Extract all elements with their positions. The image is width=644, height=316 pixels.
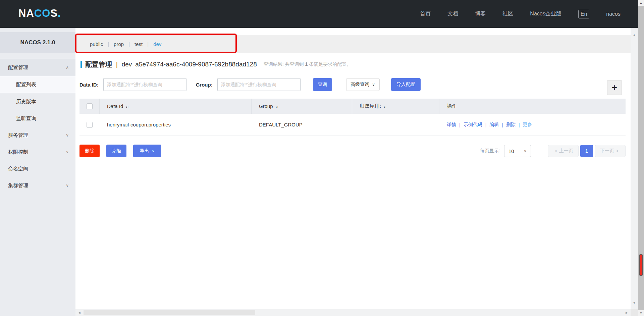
page-size-label: 每页显示: <box>480 148 500 154</box>
table-row: henrymail-coupon.properties DEFAULT_GROU… <box>79 114 626 136</box>
scroll-up-icon[interactable]: ▲ <box>638 0 644 6</box>
query-result-summary: 查询结果: 共查询到1条满足要求的配置。 <box>264 61 352 67</box>
action-sample-code[interactable]: 示例代码 <box>464 122 482 128</box>
group-input[interactable] <box>217 78 301 91</box>
tab-dev[interactable]: dev <box>153 41 161 47</box>
language-toggle[interactable]: En <box>578 10 590 18</box>
namespace-tabs: public | prop | test | dev <box>90 35 161 53</box>
tab-prop[interactable]: prop <box>114 41 124 47</box>
config-table: Data Id ↓↑ Group ↓↑ 归属应用: ↓↑ 操作 henrymai… <box>79 99 626 136</box>
scroll-right-icon[interactable]: ▶ <box>623 311 631 314</box>
horizontal-scrollbar[interactable]: ◀ ▶ <box>75 309 631 316</box>
nav-docs[interactable]: 文档 <box>447 10 458 17</box>
data-id-input[interactable] <box>103 78 186 91</box>
add-config-button[interactable]: + <box>607 80 622 95</box>
horizontal-scroll-thumb[interactable] <box>84 310 255 315</box>
tab-separator: | <box>108 41 109 47</box>
cell-operations: 详情 | 示例代码 | 编辑 | 删除 | 更多 <box>439 114 626 136</box>
chevron-down-icon: ∨ <box>372 82 375 87</box>
cell-app <box>352 114 439 136</box>
chevron-up-icon: ∧ <box>66 65 69 70</box>
sidebar-item-namespace[interactable]: 命名空间 <box>0 160 75 177</box>
search-form: Data ID: Group: 查询 高级查询 ∨ 导入配置 <box>79 78 421 91</box>
chevron-down-icon: ∨ <box>152 149 155 153</box>
group-label: Group: <box>196 82 213 88</box>
logo-text-na: NA <box>18 7 34 19</box>
query-button[interactable]: 查询 <box>313 78 332 91</box>
nacos-logo[interactable]: NACOS. <box>18 7 61 19</box>
logo-text-dot: . <box>58 7 61 19</box>
sidebar-item-history[interactable]: 历史版本 <box>0 93 75 110</box>
scroll-down-icon[interactable]: ▼ <box>638 310 644 316</box>
action-details[interactable]: 详情 <box>447 122 456 128</box>
sidebar-item-permission-control[interactable]: 权限控制 ∨ <box>0 144 75 160</box>
scroll-down-icon[interactable]: ▼ <box>631 301 638 305</box>
sort-icon[interactable]: ↓↑ <box>275 104 278 108</box>
column-header-app[interactable]: 归属应用: ↓↑ <box>352 99 439 114</box>
pagination: 每页显示: 10 ∨ < 上一页 1 下一页 > <box>480 145 626 157</box>
import-config-button[interactable]: 导入配置 <box>391 78 421 91</box>
select-all-checkbox[interactable] <box>87 103 93 109</box>
nav-home[interactable]: 首页 <box>420 10 431 17</box>
action-more[interactable]: 更多 <box>523 122 532 128</box>
top-header: NACOS. 首页 文档 博客 社区 Nacos企业版 En nacos <box>0 0 638 28</box>
annotation-scroll-marker <box>639 254 643 276</box>
logo-text-co: CO <box>34 7 51 19</box>
sidebar-item-config-list[interactable]: 配置列表 <box>0 76 75 93</box>
browser-vertical-scrollbar[interactable]: ▲ ▼ <box>638 0 644 316</box>
nacos-console: NACOS. 首页 文档 博客 社区 Nacos企业版 En nacos NAC… <box>0 0 644 316</box>
sidebar-item-service-management[interactable]: 服务管理 ∨ <box>0 127 75 144</box>
column-header-data-id[interactable]: Data Id ↓↑ <box>100 99 252 114</box>
main-content: public | prop | test | dev 配置管理 | dev a5… <box>75 28 631 309</box>
sidebar-item-config-management[interactable]: 配置管理 ∧ <box>0 59 75 76</box>
sidebar: NACOS 2.1.0 配置管理 ∧ 配置列表 历史版本 监听查询 服务管理 ∨… <box>0 28 75 316</box>
nav-enterprise[interactable]: Nacos企业版 <box>530 10 561 17</box>
advanced-query-button[interactable]: 高级查询 ∨ <box>346 78 380 91</box>
inner-vertical-scrollbar[interactable]: ▲ ▼ <box>631 28 638 309</box>
chevron-down-icon: ∨ <box>66 133 69 138</box>
sidebar-item-listener-query[interactable]: 监听查询 <box>0 110 75 127</box>
prev-angle-icon: < <box>555 148 557 154</box>
current-user[interactable]: nacos <box>606 11 621 17</box>
sidebar-menu: 配置管理 ∧ 配置列表 历史版本 监听查询 服务管理 ∨ 权限控制 ∨ 命名空间 <box>0 59 75 194</box>
namespace-tab-bar: public | prop | test | dev <box>75 35 631 53</box>
cell-group: DEFAULT_GROUP <box>252 114 352 136</box>
column-header-group[interactable]: Group ↓↑ <box>252 99 352 114</box>
column-header-operations: 操作 <box>439 99 626 114</box>
export-button[interactable]: 导出 ∨ <box>133 145 161 157</box>
tab-separator: | <box>128 41 130 47</box>
page-size-select[interactable]: 10 ∨ <box>504 145 531 157</box>
data-id-label: Data ID: <box>79 82 99 88</box>
prev-page-button[interactable]: < 上一页 <box>548 145 579 157</box>
action-edit[interactable]: 编辑 <box>489 122 499 128</box>
chevron-down-icon: ∨ <box>66 150 69 154</box>
clone-button[interactable]: 克隆 <box>106 145 126 157</box>
action-delete[interactable]: 删除 <box>506 122 516 128</box>
result-count: 1 <box>305 61 308 67</box>
next-page-button[interactable]: 下一页 > <box>595 145 626 157</box>
next-angle-icon: > <box>616 148 619 154</box>
cell-data-id: henrymail-coupon.properties <box>100 114 252 136</box>
row-checkbox[interactable] <box>87 122 93 128</box>
bulk-actions: 删除 克隆 导出 ∨ <box>79 145 161 157</box>
nav-blog[interactable]: 博客 <box>475 10 486 17</box>
page-title-row: 配置管理 | dev a5e74974-aa6c-4009-9087-692b8… <box>80 60 351 69</box>
page-1-button[interactable]: 1 <box>580 145 593 157</box>
title-separator: | <box>116 61 118 68</box>
table-header: Data Id ↓↑ Group ↓↑ 归属应用: ↓↑ 操作 <box>79 99 626 114</box>
sort-icon[interactable]: ↓↑ <box>125 104 128 108</box>
tab-test[interactable]: test <box>135 41 143 47</box>
scroll-up-icon[interactable]: ▲ <box>631 33 638 37</box>
chevron-down-icon: ∨ <box>524 149 527 153</box>
tab-public[interactable]: public <box>90 41 103 47</box>
logo-text-s: S <box>50 7 58 19</box>
title-accent-bar <box>80 61 82 68</box>
sidebar-item-cluster-management[interactable]: 集群管理 ∨ <box>0 177 75 194</box>
bulk-delete-button[interactable]: 删除 <box>79 145 100 157</box>
namespace-name: dev <box>122 61 132 68</box>
top-nav: 首页 文档 博客 社区 Nacos企业版 En nacos <box>420 0 621 28</box>
namespace-id: a5e74974-aa6c-4009-9087-692b88dad128 <box>135 61 257 68</box>
sort-icon[interactable]: ↓↑ <box>383 104 386 108</box>
scroll-left-icon[interactable]: ◀ <box>75 311 83 314</box>
nav-community[interactable]: 社区 <box>502 10 513 17</box>
